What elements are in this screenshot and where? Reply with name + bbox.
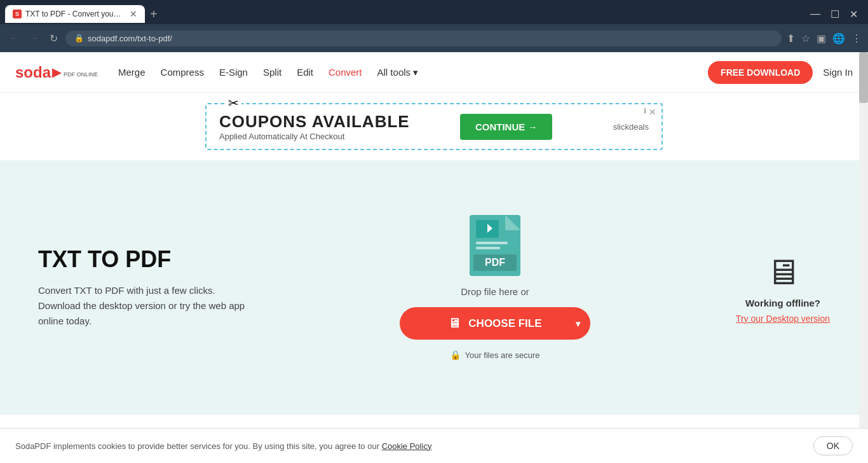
nav-merge[interactable]: Merge [118,67,146,78]
minimize-icon[interactable]: — [810,8,820,20]
address-bar[interactable]: 🔒 sodapdf.com/txt-to-pdf/ [65,31,782,46]
url-text: sodapdf.com/txt-to-pdf/ [88,34,172,43]
svg-rect-6 [476,242,508,244]
svg-text:PDF: PDF [485,257,505,268]
svg-rect-7 [476,247,500,249]
ad-banner: ✂ COUPONS AVAILABLE Applied Automaticall… [205,103,663,150]
page-description: Convert TXT to PDF with just a few click… [38,283,254,329]
nav-all-tools[interactable]: All tools ▾ [377,67,419,78]
main-content: TXT TO PDF Convert TXT to PDF with just … [0,160,868,415]
maximize-icon[interactable]: ☐ [831,8,839,20]
logo-arrow-icon: ▶ [52,66,61,79]
nav-all-tools-label: All tools [377,67,411,78]
monitor-icon: 🖥 [448,316,461,331]
bookmark-icon[interactable]: ☆ [801,32,810,45]
back-button[interactable]: ← [6,31,22,45]
close-window-icon[interactable]: ✕ [850,8,858,20]
tab-favicon: S [13,10,22,18]
logo-soda-text: soda [15,64,51,81]
choose-file-button[interactable]: 🖥 CHOOSE FILE ▾ [400,307,590,340]
logo-sub-text: PDF ONLINE [64,72,98,78]
browser-chrome: S TXT to PDF - Convert your TXT t... ✕ +… [0,0,868,52]
scrollbar-thumb[interactable] [859,52,868,103]
right-content: 🖥 Working offline? Try our Desktop versi… [736,251,830,324]
refresh-button[interactable]: ↻ [47,31,60,46]
ad-continue-button[interactable]: CONTINUE → [460,114,553,140]
desktop-monitor-icon: 🖥 [765,251,801,293]
free-download-button[interactable]: FREE DOWNLOAD [708,61,813,84]
new-tab-button[interactable]: + [150,8,158,20]
menu-icon[interactable]: ⋮ [851,32,862,45]
offline-heading: Working offline? [745,298,820,308]
lock-green-icon: 🔒 [450,350,461,360]
sidebar-icon[interactable]: ▣ [817,32,826,45]
tab-bar: S TXT to PDF - Convert your TXT t... ✕ +… [0,0,868,24]
left-content: TXT TO PDF Convert TXT to PDF with just … [38,246,254,329]
chevron-down-icon: ▾ [413,67,418,78]
scissors-icon: ✂ [226,95,241,111]
desktop-link[interactable]: Try our Desktop version [736,314,830,324]
tab-title: TXT to PDF - Convert your TXT t... [25,10,123,18]
address-bar-row: ← → ↻ 🔒 sodapdf.com/txt-to-pdf/ ⬆ ☆ ▣ 🌐 … [0,24,868,52]
tab-close-icon[interactable]: ✕ [130,9,137,19]
ad-text-area: COUPONS AVAILABLE Applied Automatically … [219,112,410,141]
center-content: PDF Drop file here or 🖥 CHOOSE FILE ▾ 🔒 … [292,215,698,360]
site-nav: Merge Compress E-Sign Split Edit Convert… [118,67,708,78]
ad-slickdeals: slickdeals [613,122,649,132]
drop-text: Drop file here or [461,286,529,297]
pdf-file-icon: PDF [470,215,520,276]
ad-subtitle: Applied Automatically At Checkout [219,132,410,141]
nav-convert[interactable]: Convert [329,67,362,78]
logo-area[interactable]: soda ▶ PDF ONLINE [15,64,98,81]
nav-split[interactable]: Split [263,67,281,78]
forward-button[interactable]: → [27,31,42,45]
secure-text-area: 🔒 Your files are secure [450,350,539,360]
active-tab[interactable]: S TXT to PDF - Convert your TXT t... ✕ [5,5,145,23]
profile-icon[interactable]: 🌐 [832,32,845,45]
ad-close-icon[interactable]: ✕ [649,107,656,117]
site-header: soda ▶ PDF ONLINE Merge Compress E-Sign … [0,52,868,93]
lock-icon: 🔒 [74,34,84,43]
ad-title: COUPONS AVAILABLE [219,112,410,132]
sign-in-button[interactable]: Sign In [823,67,853,78]
nav-edit[interactable]: Edit [297,67,313,78]
choose-file-label: CHOOSE FILE [468,317,541,330]
dropdown-chevron-icon[interactable]: ▾ [576,319,580,329]
browser-actions: ⬆ ☆ ▣ 🌐 ⋮ [787,32,862,45]
nav-esign[interactable]: E-Sign [219,67,248,78]
ad-info-icon[interactable]: ℹ [644,107,646,115]
scrollbar-track[interactable] [859,52,868,415]
nav-compress[interactable]: Compress [161,67,204,78]
header-actions: FREE DOWNLOAD Sign In [708,61,853,84]
window-controls: — ☐ ✕ [810,8,863,20]
page-heading: TXT TO PDF [38,246,254,273]
slickdeals-logo: slickdeals [613,122,649,132]
secure-label: Your files are secure [465,350,539,360]
share-icon[interactable]: ⬆ [787,32,795,45]
